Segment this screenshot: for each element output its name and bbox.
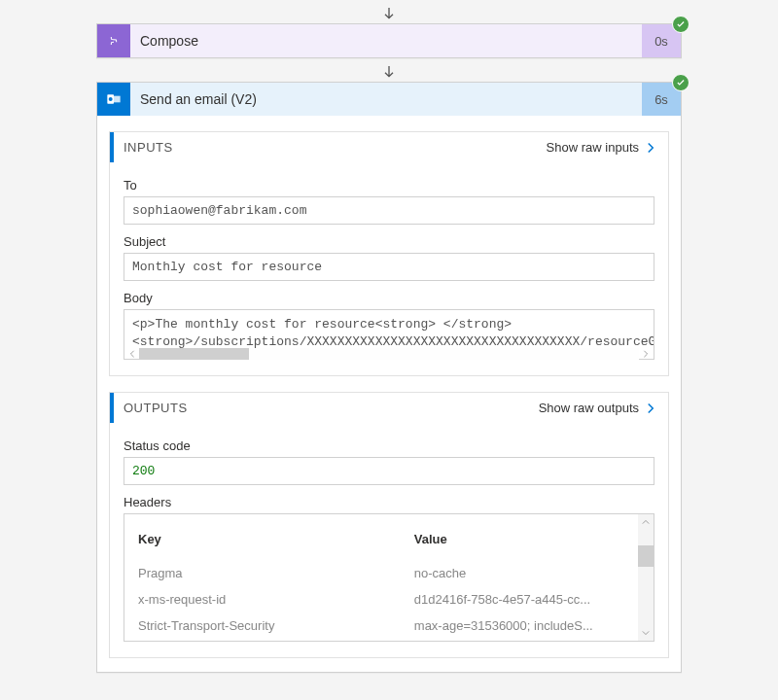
show-raw-inputs-link[interactable]: Show raw inputs <box>547 140 656 155</box>
outputs-section: OUTPUTS Show raw outputs Status code 200… <box>109 392 669 658</box>
success-badge-icon <box>672 74 690 91</box>
headers-col-value: Value <box>414 532 640 546</box>
header-value: d1d2416f-758c-4e57-a445-cc... <box>414 592 640 607</box>
status-code-field: Status code 200 <box>124 438 654 485</box>
header-value: max-age=31536000; includeS... <box>414 618 640 633</box>
status-code-label: Status code <box>124 438 654 453</box>
flow-arrow-icon <box>0 64 778 80</box>
outlook-icon <box>97 83 130 116</box>
flow-arrow-icon <box>0 6 778 21</box>
scroll-right-icon[interactable] <box>641 349 651 359</box>
header-key: Strict-Transport-Security <box>138 618 414 633</box>
body-label: Body <box>124 291 654 305</box>
email-title: Send an email (V2) <box>130 83 642 116</box>
email-card: Send an email (V2) 6s INPUTS Show raw in… <box>96 82 682 673</box>
header-key: x-ms-request-id <box>138 592 414 607</box>
chevron-right-icon <box>645 142 656 154</box>
svg-point-2 <box>109 97 113 101</box>
inputs-section: INPUTS Show raw inputs To sophiaowen@fab… <box>109 131 669 376</box>
svg-rect-1 <box>114 96 121 103</box>
scroll-thumb[interactable] <box>638 545 654 567</box>
to-value[interactable]: sophiaowen@fabrikam.com <box>124 196 654 225</box>
chevron-right-icon <box>645 402 656 414</box>
body-scrollbar[interactable] <box>124 348 654 360</box>
header-value: no-cache <box>414 566 640 580</box>
subject-label: Subject <box>124 234 654 249</box>
table-row: x-ms-request-id d1d2416f-758c-4e57-a445-… <box>124 586 654 612</box>
headers-columns: Key Value <box>124 514 654 560</box>
scroll-left-icon[interactable] <box>127 349 137 359</box>
compose-title: Compose <box>130 24 642 57</box>
headers-scrollbar[interactable] <box>638 514 654 641</box>
scroll-up-icon[interactable] <box>638 514 654 530</box>
headers-table[interactable]: Key Value Pragma no-cache x-ms-request-i… <box>124 513 654 642</box>
compose-card: Compose 0s <box>96 23 682 58</box>
subject-field: Subject Monthly cost for resource <box>124 234 654 281</box>
scroll-thumb[interactable] <box>139 348 249 360</box>
headers-col-key: Key <box>138 532 414 546</box>
status-code-value[interactable]: 200 <box>124 457 654 485</box>
show-raw-outputs-label: Show raw outputs <box>539 401 639 415</box>
compose-icon <box>97 24 130 57</box>
table-row: Pragma no-cache <box>124 560 654 586</box>
headers-label: Headers <box>124 495 654 509</box>
outputs-title: OUTPUTS <box>114 401 188 415</box>
subject-value[interactable]: Monthly cost for resource <box>124 253 654 281</box>
scroll-down-icon[interactable] <box>638 625 654 641</box>
show-raw-inputs-label: Show raw inputs <box>547 140 639 155</box>
headers-field: Headers Key Value Pragma no-cache <box>124 495 654 642</box>
success-badge-icon <box>672 16 690 33</box>
to-field: To sophiaowen@fabrikam.com <box>124 178 654 225</box>
compose-header[interactable]: Compose 0s <box>97 24 681 57</box>
body-value[interactable]: <p>The monthly cost for resource<strong>… <box>124 309 654 348</box>
inputs-title: INPUTS <box>114 140 173 155</box>
show-raw-outputs-link[interactable]: Show raw outputs <box>539 401 656 415</box>
email-header[interactable]: Send an email (V2) 6s <box>97 83 681 116</box>
table-row: Strict-Transport-Security max-age=315360… <box>124 612 654 639</box>
to-label: To <box>124 178 654 192</box>
body-field: Body <p>The monthly cost for resource<st… <box>124 291 654 360</box>
header-key: Pragma <box>138 566 414 580</box>
